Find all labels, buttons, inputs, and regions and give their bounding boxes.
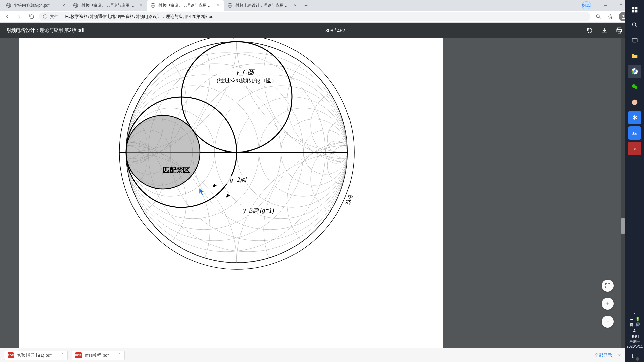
browser-titlebar: 实验内容总结p4.pdf × 射频电路设计：理论与应用 第2版 × 射频电路设计… (0, 0, 644, 11)
forbidden-label: 匹配禁区 (163, 166, 190, 174)
smith-chart-figure: 3λ/8 (116, 38, 358, 273)
browser-tabs: 实验内容总结p4.pdf × 射频电路设计：理论与应用 第2版 × 射频电路设计… (0, 0, 311, 11)
omnibox[interactable]: ⓘ 文件 | E:/教学资料/射频通信电路/图书资料/射频电路设计：理论与应用%… (39, 12, 590, 21)
volume-icon[interactable]: 🔊 (635, 322, 640, 327)
chevron-up-icon[interactable]: ˄ (62, 353, 64, 358)
tab-title: 实验内容总结p4.pdf (14, 3, 59, 8)
svg-point-63 (181, 42, 292, 152)
svg-point-72 (632, 23, 636, 26)
tab-2-active[interactable]: 射频电路设计：理论与应用 第2版 × (147, 0, 224, 11)
app-icon-3[interactable] (628, 126, 641, 140)
browser-toolbar: ⓘ 文件 | E:/教学资料/射频通信电路/图书资料/射频电路设计：理论与应用%… (0, 11, 644, 23)
notification-count: 3 (636, 357, 639, 361)
task-view-icon[interactable] (628, 34, 641, 47)
taskbar-clock[interactable]: 15:51 星期一 2020/5/11 (627, 334, 643, 349)
pdf-viewport[interactable]: 3λ/8 (0, 38, 625, 348)
svg-point-80 (632, 100, 638, 105)
battery-icon[interactable]: 🔋 (635, 317, 640, 321)
reload-button[interactable] (27, 12, 36, 21)
pdf-file-icon: PDF (8, 352, 14, 358)
tab-title: 射频电路设计：理论与应用 第2版 (158, 3, 213, 8)
g2-label: g=2圆 (230, 176, 247, 183)
print-icon[interactable] (616, 27, 623, 34)
pdf-page-current: 308 (325, 28, 333, 33)
tab-title: 射频电路设计：理论与应用 第2版 (81, 3, 136, 8)
svg-rect-70 (632, 10, 635, 13)
action-center-icon[interactable]: 3 (631, 352, 639, 360)
pdf-float-controls: ＋ － (602, 280, 614, 328)
svg-point-14 (622, 15, 624, 16)
network-icon[interactable]: 🖧 (633, 329, 637, 333)
clock-date: 2020/5/11 (627, 344, 643, 349)
app-icon-2[interactable]: ✱ (628, 111, 641, 124)
tab-0[interactable]: 实验内容总结p4.pdf × (3, 0, 70, 11)
tab-3[interactable]: 射频电路设计：理论与应用 第2版 × (224, 0, 301, 11)
svg-line-73 (636, 26, 637, 28)
file-explorer-icon[interactable] (628, 49, 641, 63)
download-filename: 实验指导书(1).pdf (17, 352, 52, 358)
zoom-out-button[interactable]: － (602, 316, 614, 328)
system-tray[interactable]: ‹ ☁ 🔋 拼 🔊 🖧 15:51 星期一 2020/5/11 3 (627, 311, 643, 362)
pdf-page-indicator[interactable]: 308 / 462 (84, 28, 586, 33)
onedrive-icon[interactable]: ☁ (630, 317, 633, 321)
app-icon-4[interactable]: ⏚ (628, 142, 641, 155)
globe-icon (227, 3, 233, 8)
fit-page-button[interactable] (602, 280, 614, 292)
bookmark-star-icon[interactable] (606, 13, 614, 21)
svg-rect-68 (632, 7, 635, 10)
close-icon[interactable]: × (61, 3, 66, 8)
pdf-document-title: 射频电路设计：理论与应用 第2版.pdf (7, 27, 84, 34)
search-icon[interactable] (628, 18, 641, 32)
svg-point-79 (634, 86, 637, 89)
close-icon[interactable]: × (215, 3, 221, 8)
pdf-page-total: 462 (337, 28, 345, 33)
close-icon[interactable]: × (138, 3, 144, 8)
minimize-button[interactable]: ─ (598, 0, 613, 11)
yc-sublabel: (经过3λ/8旋转的g=1圆) (217, 77, 274, 84)
rotate-icon[interactable] (586, 27, 593, 34)
svg-point-61 (126, 115, 200, 189)
downloads-show-all[interactable]: 全部显示 (595, 352, 612, 358)
timer-badge: 04:28 (582, 1, 591, 9)
chevron-up-icon[interactable]: ˄ (119, 353, 121, 358)
forward-button[interactable] (15, 12, 24, 21)
url-scheme-label: 文件 (50, 14, 59, 20)
ime-icon[interactable]: 拼 (630, 322, 633, 327)
pdf-scrollbar[interactable] (621, 38, 625, 348)
zoom-in-button[interactable]: ＋ (602, 298, 614, 310)
svg-rect-71 (635, 10, 638, 13)
svg-point-12 (596, 15, 599, 18)
svg-point-41 (264, 38, 358, 159)
svg-line-13 (599, 17, 600, 19)
yc-label: y_C圆 (236, 68, 255, 76)
clock-time: 15:51 (627, 334, 643, 339)
globe-icon (6, 3, 11, 8)
app-icon-1[interactable] (628, 96, 641, 109)
scrollbar-thumb[interactable] (621, 218, 625, 234)
clock-weekday: 星期一 (627, 339, 643, 344)
globe-icon (73, 3, 78, 8)
downloads-close-icon[interactable]: ✕ (618, 353, 621, 358)
tray-expand-icon[interactable]: ‹ (634, 311, 635, 315)
download-icon[interactable] (601, 27, 608, 34)
yb-label: y_B圆 (g=1) (243, 207, 274, 214)
wechat-icon[interactable] (628, 80, 641, 94)
chrome-taskbar-icon[interactable] (628, 65, 641, 78)
new-tab-button[interactable]: ＋ (301, 0, 311, 11)
pdf-page: 3λ/8 (19, 38, 443, 348)
windows-taskbar: ✱ ⏚ ‹ ☁ 🔋 拼 🔊 🖧 15:51 星期一 2020/5/11 3 (625, 0, 644, 362)
downloads-bar: PDF 实验指导书(1).pdf ˄ PDF hfss教程.pdf ˄ 全部显示… (0, 348, 625, 362)
back-button[interactable] (3, 12, 12, 21)
close-icon[interactable]: × (292, 3, 298, 8)
zoom-icon[interactable] (594, 13, 602, 21)
pdf-toolbar: 射频电路设计：理论与应用 第2版.pdf 308 / 462 (0, 23, 644, 38)
tab-1[interactable]: 射频电路设计：理论与应用 第2版 × (70, 0, 147, 11)
globe-icon (150, 3, 156, 8)
download-item-1[interactable]: PDF hfss教程.pdf ˄ (72, 351, 125, 360)
tab-title: 射频电路设计：理论与应用 第2版 (235, 3, 290, 8)
site-info-icon[interactable]: ⓘ (43, 14, 47, 20)
download-filename: hfss教程.pdf (85, 352, 109, 358)
svg-point-77 (633, 70, 636, 72)
start-button[interactable] (628, 3, 641, 16)
download-item-0[interactable]: PDF 实验指导书(1).pdf ˄ (4, 351, 68, 360)
